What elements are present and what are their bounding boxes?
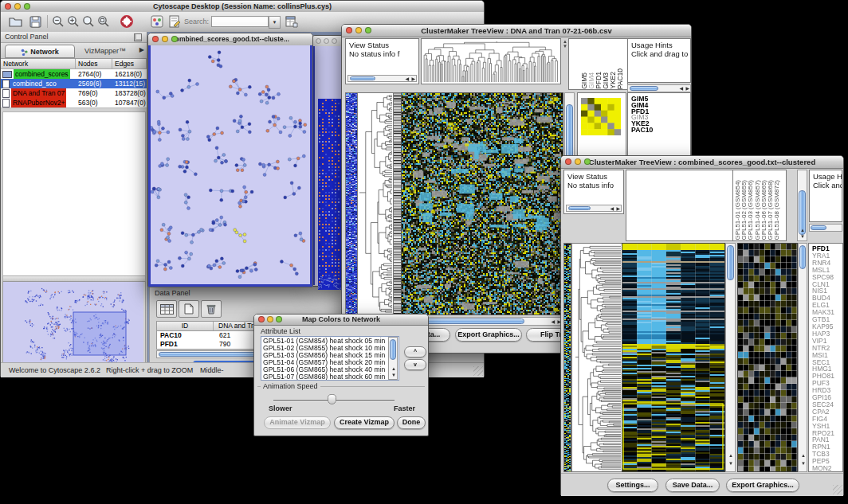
attribute-browser-icon[interactable] bbox=[284, 14, 300, 29]
tv2-global-strip[interactable] bbox=[563, 243, 571, 472]
close-button[interactable] bbox=[346, 27, 352, 33]
zoom-fit-icon[interactable] bbox=[96, 14, 112, 29]
tv2-view-status-panel: View StatusNo status info ◀▶ bbox=[563, 170, 624, 214]
tv1-usage-hints-panel: Usage HintsClick and drag to bbox=[627, 38, 691, 83]
attribute-list-scrollbar[interactable]: ▲▼ bbox=[388, 337, 398, 380]
close-button[interactable] bbox=[565, 158, 571, 165]
tv1-row-labels: GIM5GIM4PFD1GIM3YKE2PAC10 bbox=[627, 92, 691, 159]
network-row[interactable]: DNA and Tran 07 769(0) 183728(0) bbox=[1, 88, 147, 98]
minimize-button[interactable] bbox=[162, 36, 168, 42]
tv2-save-data-button[interactable]: Save Data... bbox=[665, 479, 720, 492]
tv1-label-nav-arrows[interactable]: ▲▼ bbox=[563, 39, 567, 49]
tv1-zoom-panel[interactable] bbox=[577, 92, 626, 159]
zoom-selected-icon[interactable] bbox=[80, 14, 96, 29]
tv1-column-dendrogram[interactable] bbox=[421, 38, 561, 84]
tv1-row-dendrogram[interactable] bbox=[357, 92, 394, 315]
create-vizmap-button[interactable]: Create Vizmap bbox=[334, 416, 395, 429]
network-row[interactable]: combined_scores 2764(0) 16218(0) bbox=[1, 69, 147, 79]
tv2-button-bar: Settings... Save Data... Export Graphics… bbox=[561, 473, 843, 496]
delete-attribute-icon[interactable] bbox=[201, 300, 222, 318]
main-titlebar[interactable]: Cytoscape Desktop (Session Name: collins… bbox=[1, 1, 484, 13]
tv2-row-dendrogram[interactable] bbox=[571, 243, 622, 472]
tv2-export-graphics-button[interactable]: Export Graphics... bbox=[726, 479, 799, 492]
panel-tabs: Network VizMapper™ ▶ bbox=[1, 43, 147, 59]
tv2-vscrollbar[interactable]: ▲▼ bbox=[725, 243, 736, 472]
network-table: combined_scores 2764(0) 16218(0) combine… bbox=[1, 69, 147, 108]
open-icon[interactable] bbox=[7, 14, 23, 29]
tv1-global-strip[interactable] bbox=[345, 92, 358, 315]
treeview2-titlebar[interactable]: ClusterMaker TreeView : combined_scores_… bbox=[561, 156, 843, 169]
network-canvas[interactable] bbox=[148, 45, 312, 287]
network-row[interactable]: combined_sco 2569(6) 13112(15) bbox=[1, 79, 147, 88]
zoom-in-icon[interactable] bbox=[65, 14, 81, 29]
animation-speed-label: Animation Speed bbox=[261, 382, 320, 390]
search-input[interactable] bbox=[211, 16, 269, 27]
tv1-usage-scrollbar[interactable]: ◀▶ bbox=[627, 84, 691, 92]
tv2-rowlabel-scrollbar[interactable]: ▲▼ bbox=[798, 243, 807, 472]
new-attribute-icon[interactable] bbox=[179, 300, 199, 318]
float-panel-icon[interactable] bbox=[134, 33, 142, 41]
tv2-zoom-panel[interactable] bbox=[737, 243, 798, 472]
column-label: GPL51-08 (GSM872) bbox=[774, 180, 780, 240]
network-row[interactable]: RNAPuberNov2+ 563(0) 107847(0) bbox=[1, 98, 147, 107]
status-right: Middle- bbox=[200, 366, 224, 374]
minimize-button[interactable] bbox=[267, 316, 273, 322]
move-up-button[interactable]: ^ bbox=[404, 346, 426, 357]
zoom-out-icon[interactable] bbox=[50, 14, 66, 29]
data-panel-title: Data Panel bbox=[155, 289, 190, 297]
tv2-status-scrollbar[interactable]: ◀▶ bbox=[566, 205, 622, 212]
zoom-button[interactable] bbox=[171, 36, 178, 42]
tv1-view-status-info: No status info f bbox=[349, 49, 399, 58]
annotation-icon[interactable] bbox=[167, 14, 183, 29]
close-button[interactable] bbox=[152, 36, 159, 42]
minimize-button[interactable] bbox=[575, 158, 581, 165]
tv2-heatmap[interactable] bbox=[622, 243, 725, 472]
tv2-usage-hints-label: Usage Hints bbox=[813, 172, 842, 181]
plugin-icon[interactable] bbox=[149, 14, 165, 29]
zoom-button[interactable] bbox=[276, 316, 282, 322]
minimize-button[interactable] bbox=[14, 3, 21, 10]
tv2-column-dendrogram[interactable] bbox=[626, 170, 733, 241]
table-mode-icon[interactable] bbox=[156, 300, 177, 318]
attribute-item[interactable]: GPL51-07 (GSM868) heat shock 60 min bbox=[263, 373, 397, 381]
network-tab-icon bbox=[21, 45, 28, 59]
tab-overflow-button[interactable]: ▶ bbox=[139, 46, 144, 53]
tv2-usage-scrollbar[interactable] bbox=[809, 224, 842, 232]
tab-vizmapper[interactable]: VizMapper™ bbox=[76, 45, 135, 57]
network-view-titlebar[interactable]: combined_scores_good.txt--cluste... bbox=[148, 33, 312, 46]
tv1-heatmap[interactable] bbox=[401, 92, 563, 315]
status-left: Welcome to Cytoscape 2.6.2 bbox=[9, 366, 100, 374]
done-button[interactable]: Done bbox=[397, 416, 426, 429]
tv2-collabel-scrollbar[interactable]: ▲▼ bbox=[797, 170, 807, 241]
zoom-button[interactable] bbox=[24, 3, 30, 10]
close-button[interactable] bbox=[258, 316, 265, 322]
tv2-settings-button[interactable]: Settings... bbox=[607, 479, 658, 492]
row-label: PAC10 bbox=[631, 127, 690, 134]
network-table-header: Network Nodes Edges bbox=[1, 59, 147, 69]
column-label: PAC10 bbox=[617, 68, 624, 89]
treeview2-title: ClusterMaker TreeView : combined_scores_… bbox=[589, 158, 815, 166]
animation-slider-thumb[interactable] bbox=[328, 394, 336, 404]
tv2-column-labels: GPL51-01 (GSM854)GPL51-02 (GSM855)GPL51-… bbox=[732, 170, 787, 241]
tv1-usage-hints-info: Click and drag to bbox=[631, 49, 688, 58]
animate-vizmap-button[interactable]: Animate Vizmap bbox=[264, 416, 331, 429]
tv1-status-scrollbar[interactable]: ◀▶ bbox=[347, 75, 417, 82]
tv2-usage-hints-panel: Usage HintsClick and drag to bbox=[809, 170, 842, 222]
move-down-button[interactable]: v bbox=[404, 359, 426, 370]
attribute-list-label: Attribute List bbox=[261, 327, 300, 335]
close-button[interactable] bbox=[5, 3, 11, 10]
help-icon[interactable] bbox=[118, 14, 135, 29]
tv1-column-labels: GIM5GIM4PFD1GIM3YKE2PAC10 bbox=[568, 38, 628, 90]
tv2-usage-hints-info: Click and drag to bbox=[813, 181, 842, 189]
map-dialog-titlebar[interactable]: Map Colors to Network bbox=[254, 315, 428, 326]
desktop: Cytoscape Desktop (Session Name: collins… bbox=[0, 0, 848, 504]
minimize-button[interactable] bbox=[355, 27, 362, 33]
tab-network[interactable]: Network bbox=[5, 45, 75, 58]
birdseye-view[interactable] bbox=[2, 281, 146, 367]
treeview1-titlebar[interactable]: ClusterMaker TreeView : DNA and Tran 07-… bbox=[342, 25, 691, 37]
zoom-button[interactable] bbox=[365, 27, 371, 33]
tv1-export-graphics-button[interactable]: Export Graphics... bbox=[455, 328, 522, 342]
zoom-button[interactable] bbox=[584, 158, 591, 165]
save-icon[interactable] bbox=[27, 14, 43, 29]
search-dropdown-button[interactable]: ▼ bbox=[269, 16, 281, 29]
